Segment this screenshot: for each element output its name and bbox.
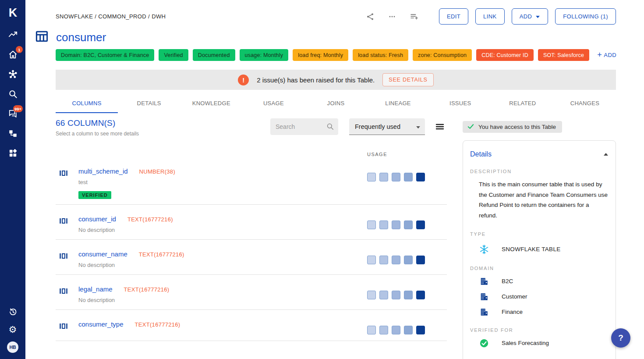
verified-list: Sales Forecasting (470, 338, 609, 348)
history-icon (8, 307, 18, 319)
type-value-row: SNOWFLAKE TABLE (479, 244, 609, 255)
tag-chip[interactable]: load freq: Monthly (293, 49, 348, 61)
domain-item[interactable]: Customer (479, 292, 609, 302)
share-icon[interactable] (366, 12, 375, 21)
link-button[interactable]: LINK (475, 8, 505, 25)
column-description: test (78, 179, 367, 185)
app-window: K 1 99+ (0, 0, 644, 359)
access-status-badge: You have access to this Table (463, 121, 562, 133)
verified-item[interactable]: Sales Forecasting (479, 338, 609, 348)
tag-chip[interactable]: Domain: B2C, Customer & Finance (56, 49, 154, 61)
tab-issues[interactable]: ISSUES (429, 94, 492, 113)
description-text: This is the main consumer table that is … (479, 179, 609, 221)
details-title: Details (470, 150, 492, 158)
domain-item[interactable]: Finance (479, 307, 609, 317)
sidebar-item-home[interactable]: 1 (4, 50, 21, 60)
tab-columns[interactable]: COLUMNS (56, 94, 118, 113)
table-row[interactable]: legal_name TEXT(16777216) No description (56, 275, 447, 310)
verified-for-label: VERIFIED FOR (470, 327, 609, 333)
column-info: consumer_id TEXT(16777216) No descriptio… (78, 215, 367, 233)
tab-details[interactable]: DETAILS (118, 94, 180, 113)
domain-list: B2C Customer Finance (470, 277, 609, 317)
table-row[interactable]: consumer_type TEXT(16777216) (56, 310, 447, 341)
verified-name: Sales Forecasting (502, 340, 549, 346)
column-icon (58, 321, 69, 333)
column-name[interactable]: consumer_id (78, 215, 116, 223)
column-info: consumer_type TEXT(16777216) (78, 320, 367, 328)
column-name[interactable]: multi_scheme_id (78, 167, 128, 175)
header-actions: EDIT LINK ADD FOLLOWING (1) (366, 8, 616, 25)
table-row[interactable]: consumer_id TEXT(16777216) No descriptio… (56, 205, 447, 240)
alert-icon: ! (238, 75, 249, 85)
sidebar-item-history[interactable] (4, 307, 21, 318)
more-options-icon[interactable] (388, 12, 396, 21)
collapse-icon[interactable] (603, 153, 609, 156)
playlist-add-icon[interactable] (410, 12, 419, 21)
tag-chip[interactable]: load status: Fresh (353, 49, 408, 61)
sidebar-item-graph[interactable] (4, 70, 21, 80)
column-name[interactable]: legal_name (78, 285, 113, 293)
usage-indicator (367, 220, 425, 229)
details-card-header: Details (470, 150, 609, 158)
page-title: consumer (56, 31, 106, 44)
tag-chip[interactable]: Documented (193, 49, 235, 61)
tab-lineage[interactable]: LINEAGE (367, 94, 429, 113)
sidebar-item-search[interactable] (4, 89, 21, 100)
add-tag-button[interactable]: + ADD (597, 50, 616, 60)
list-controls: Frequently used (270, 118, 445, 135)
usage-indicator (367, 256, 425, 264)
domain-item[interactable]: B2C (479, 277, 609, 286)
column-info: multi_scheme_id NUMBER(38) test VERIFIED (78, 167, 367, 199)
edit-button[interactable]: EDIT (439, 8, 468, 25)
tab-changes[interactable]: CHANGES (554, 94, 616, 113)
app-logo[interactable]: K (4, 4, 21, 21)
columns-count: 66 COLUMN(S) (56, 118, 139, 128)
content-area: 66 COLUMN(S) Select a column to see more… (56, 118, 616, 359)
sidebar-item-chat[interactable]: 99+ (4, 109, 21, 120)
tab-joins[interactable]: JOINS (304, 94, 367, 113)
help-button[interactable]: ? (611, 328, 630, 348)
sidebar-item-settings[interactable]: ⚙ (4, 324, 21, 335)
sidebar-item-lineage[interactable] (4, 129, 21, 139)
type-label: TYPE (470, 231, 609, 237)
column-icon (58, 216, 69, 228)
user-avatar[interactable]: HB (7, 341, 18, 353)
issue-banner: ! 2 issue(s) has been raised for this Ta… (56, 70, 616, 90)
search-icon (8, 89, 18, 101)
chat-badge: 99+ (13, 105, 23, 112)
tag-chip[interactable]: zone: Consumption (413, 49, 472, 61)
breadcrumb[interactable]: SNOWFLAKE / COMMON_PROD / DWH (56, 13, 166, 20)
list-view-menu-icon[interactable] (435, 121, 445, 132)
following-button[interactable]: FOLLOWING (1) (555, 8, 616, 25)
domain-name: Finance (502, 309, 523, 315)
tag-chip[interactable]: SOT: Salesforce (538, 49, 589, 61)
search-box (270, 118, 338, 135)
tag-chip[interactable]: usage: Monthly (240, 49, 289, 61)
domain-name: Customer (502, 293, 527, 300)
search-icon (326, 122, 334, 132)
tab-knowledge[interactable]: KNOWLEDGE (180, 94, 242, 113)
add-button[interactable]: ADD (512, 8, 548, 25)
column-name[interactable]: consumer_name (78, 250, 127, 258)
table-icon (35, 30, 49, 44)
tags-row: Domain: B2C, Customer & FinanceVerifiedD… (56, 49, 616, 61)
sidebar-item-analytics[interactable] (4, 30, 21, 41)
sidebar-item-apps[interactable] (4, 149, 21, 159)
apps-icon (8, 148, 18, 160)
column-name[interactable]: consumer_type (78, 320, 124, 328)
type-value: SNOWFLAKE TABLE (502, 246, 561, 252)
column-type: NUMBER(38) (139, 168, 175, 175)
gear-icon: ⚙ (9, 325, 17, 334)
sort-select[interactable]: Frequently used (349, 118, 425, 135)
plus-icon: + (597, 50, 602, 60)
tag-chip[interactable]: CDE: Customer ID (476, 49, 534, 61)
domain-label: DOMAIN (470, 266, 609, 271)
tag-chip[interactable]: Verified (159, 49, 188, 61)
table-row[interactable]: consumer_name TEXT(16777216) No descript… (56, 240, 447, 275)
see-details-button[interactable]: SEE DETAILS (382, 73, 433, 86)
details-panel: You have access to this Table Details DE… (463, 118, 616, 359)
tab-usage[interactable]: USAGE (242, 94, 304, 113)
tab-related[interactable]: RELATED (492, 94, 554, 113)
table-row[interactable]: multi_scheme_id NUMBER(38) test VERIFIED (56, 157, 447, 205)
domain-name: B2C (502, 278, 513, 284)
